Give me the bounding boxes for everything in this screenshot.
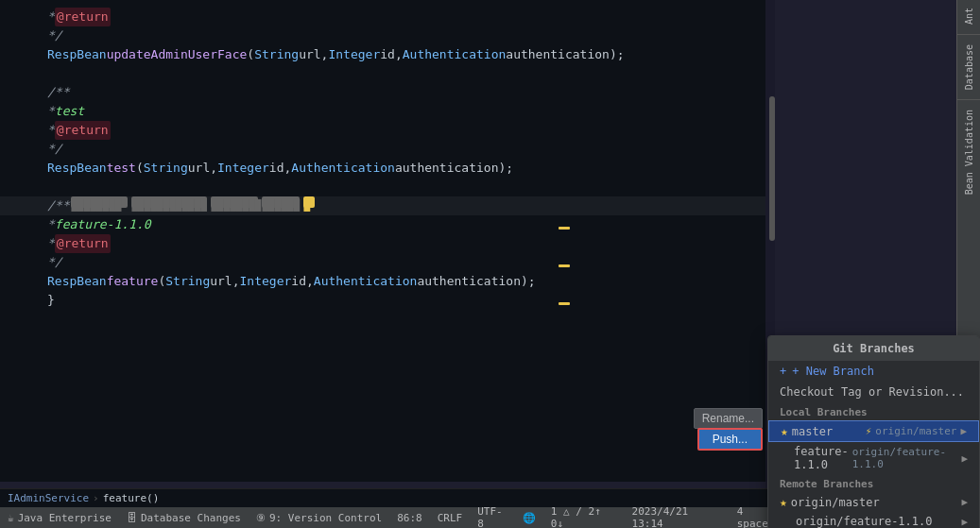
code-line: * @return — [0, 8, 775, 26]
ant-tool[interactable]: Ant — [964, 4, 974, 28]
bean-validation-tool[interactable]: Bean Validation — [964, 106, 974, 198]
code-line — [0, 64, 775, 83]
database-icon: 🗄 — [127, 512, 137, 524]
datetime: 2023/4/21 13:14 — [632, 505, 722, 528]
code-line — [0, 178, 775, 196]
database-changes-status[interactable]: 🗄 Database Changes — [127, 512, 241, 524]
java-enterprise-status[interactable]: ☕ Java Enterprise — [8, 512, 112, 524]
chevron-right-icon: ▶ — [961, 516, 968, 528]
git-branches-title: Git Branches — [768, 336, 979, 361]
code-line: /** — [0, 83, 775, 102]
code-line: * @return — [0, 121, 775, 140]
java-enterprise-icon: ☕ — [8, 512, 14, 524]
database-changes-label: Database Changes — [141, 512, 241, 524]
local-branches-section: Local Branches — [768, 402, 979, 420]
version-control-label: 9: Version Control — [269, 512, 382, 524]
database-tool[interactable]: Database — [964, 41, 974, 94]
remote-branch-name-feature: origin/feature-1.1.0 — [796, 515, 957, 528]
tool-divider — [957, 99, 980, 100]
remote-branch-origin-feature[interactable]: origin/feature-1.1.0 ▶ — [768, 512, 979, 528]
push-button[interactable]: Push... — [697, 428, 763, 451]
branch-name-feature: feature-1.1.0 — [794, 445, 849, 471]
lightning-icon: ⚡ — [866, 425, 872, 437]
code-line: */ — [0, 253, 775, 272]
git-change-marker — [559, 264, 570, 267]
remote-branch-origin-master[interactable]: ★ origin/master ▶ — [768, 492, 979, 512]
remote-branches-section: Remote Branches — [768, 474, 979, 492]
branch-name-master: master — [792, 425, 862, 438]
chevron-right-icon: ▶ — [961, 452, 968, 465]
local-branch-master[interactable]: ★ master ⚡ origin/master ▶ — [768, 420, 979, 442]
code-line: /** ████████ ████████████ ████████ █████… — [0, 196, 775, 215]
breadcrumb-interface: IAdminService — [8, 492, 89, 504]
chevron-right-icon: ▶ — [961, 496, 968, 508]
cursor-position: 86:8 — [397, 512, 422, 524]
vcs-icon: ⑨ — [256, 512, 266, 524]
java-enterprise-label: Java Enterprise — [18, 512, 112, 524]
branch-origin-feature: origin/feature-1.1.0 — [852, 446, 958, 470]
scrollbar-thumb — [769, 96, 775, 241]
git-branches-popup: Git Branches + New Branch Checkout Tag o… — [767, 335, 980, 528]
new-branch-item[interactable]: + New Branch — [768, 361, 979, 382]
changes-count: 1 △ / 2↑ 0↓ — [551, 505, 617, 528]
code-line: */ — [0, 26, 775, 45]
code-line: */ — [0, 140, 775, 159]
code-line: * feature-1.1.0 — [0, 215, 775, 234]
code-line: * test — [0, 102, 775, 121]
checkout-tag-item[interactable]: Checkout Tag or Revision... — [768, 382, 979, 402]
local-branch-feature[interactable]: feature-1.1.0 origin/feature-1.1.0 ▶ — [768, 442, 979, 474]
line-ending: CRLF — [438, 512, 463, 524]
code-line: RespBean updateAdminUserFace(String url,… — [0, 45, 775, 64]
git-change-marker — [559, 227, 570, 230]
remote-branch-name-master: origin/master — [791, 496, 958, 509]
code-line: } — [0, 291, 775, 310]
code-editor[interactable]: * @return */ RespBean updateAdminUserFac… — [0, 0, 775, 482]
git-change-marker — [559, 302, 570, 305]
tool-divider — [957, 34, 980, 35]
code-line: * @return — [0, 234, 775, 253]
version-control-status[interactable]: ⑨ 9: Version Control — [256, 512, 382, 524]
rename-button[interactable]: Rename... — [694, 408, 763, 429]
star-icon: ★ — [780, 495, 787, 509]
breadcrumb-method: feature() — [103, 492, 160, 504]
breadcrumb-separator: › — [93, 492, 99, 504]
chevron-right-icon: ▶ — [960, 425, 967, 437]
star-icon: ★ — [781, 424, 788, 438]
earth-icon: 🌐 — [523, 512, 536, 524]
code-line: RespBean feature(String url, Integer id,… — [0, 272, 775, 291]
encoding: UTF-8 — [477, 505, 507, 528]
code-line: RespBean test(String url, Integer id, Au… — [0, 159, 775, 178]
branch-origin-master: origin/master — [875, 425, 956, 437]
code-content: * @return */ RespBean updateAdminUserFac… — [0, 0, 775, 317]
